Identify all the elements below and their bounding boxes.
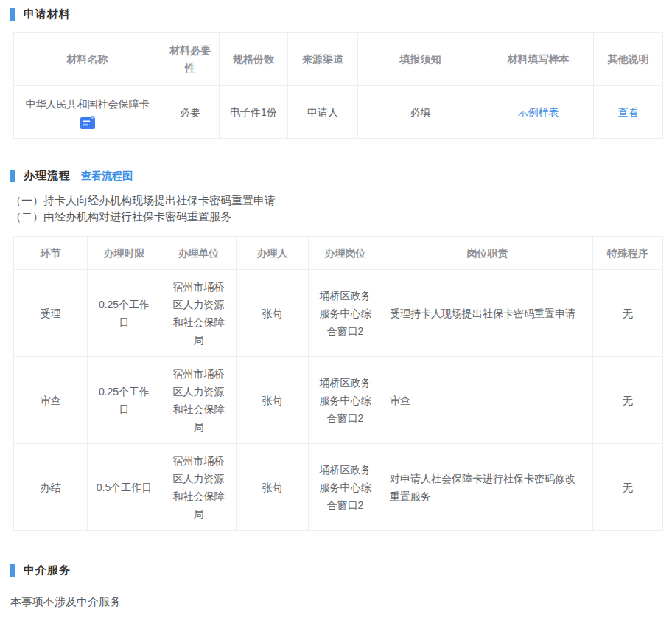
column-header-source: 来源渠道 [288, 33, 358, 86]
service-detail-page: 申请材料 材料名称 材料必要性 规格份数 来源渠道 填报须知 材料填写样本 其他… [0, 0, 672, 609]
position-cell: 埇桥区政务服务中心综合窗口2 [309, 270, 382, 357]
time-limit-cell: 0.25个工作日 [88, 357, 161, 444]
section-title-intermediary: 中介服务 [24, 563, 71, 577]
process-step-2: （二）由经办机构对进行社保卡密码重置服务 [10, 209, 662, 225]
section-process: 办理流程 查看流程图 （一）持卡人向经办机构现场提出社保卡密码重置申请 （二）由… [10, 169, 662, 531]
process-steps: （一）持卡人向经办机构现场提出社保卡密码重置申请 （二）由经办机构对进行社保卡密… [10, 192, 662, 225]
duty-cell: 审查 [382, 357, 593, 444]
column-header-necessity: 材料必要性 [161, 33, 220, 86]
time-limit-cell: 0.25个工作日 [88, 270, 161, 357]
unit-cell: 宿州市埇桥区人力资源和社会保障局 [161, 444, 237, 531]
special-cell: 无 [593, 444, 663, 531]
duty-cell: 对申请人社会保障卡进行社保卡密码修改重置服务 [382, 444, 593, 531]
section-materials: 申请材料 材料名称 材料必要性 规格份数 来源渠道 填报须知 材料填写样本 其他… [10, 7, 662, 139]
materials-header-row: 材料名称 材料必要性 规格份数 来源渠道 填报须知 材料填写样本 其他说明 [14, 33, 663, 86]
process-table: 环节 办理时限 办理单位 办理人 办理岗位 岗位职责 特殊程序 受理 0.25个… [13, 236, 663, 531]
column-header-time-limit: 办理时限 [88, 237, 161, 270]
duty-cell: 受理持卡人现场提出社保卡密码重置申请 [382, 270, 593, 357]
materials-table: 材料名称 材料必要性 规格份数 来源渠道 填报须知 材料填写样本 其他说明 中华… [13, 32, 663, 139]
card-icon[interactable] [80, 116, 95, 129]
material-name-text: 中华人民共和国社会保障卡 [26, 95, 150, 113]
unit-cell: 宿州市埇桥区人力资源和社会保障局 [161, 357, 237, 444]
special-cell: 无 [593, 357, 663, 444]
time-limit-cell: 0.5个工作日 [88, 444, 161, 531]
material-necessity: 必要 [161, 86, 220, 139]
material-source: 申请人 [288, 86, 358, 139]
column-header-special: 特殊程序 [593, 237, 663, 270]
process-table-row: 审查 0.25个工作日 宿州市埇桥区人力资源和社会保障局 张荀 埇桥区政务服务中… [14, 357, 663, 444]
column-header-handler: 办理人 [237, 237, 309, 270]
column-header-spec: 规格份数 [220, 33, 288, 86]
handler-cell: 张荀 [237, 270, 309, 357]
section-marker-bar [10, 170, 15, 182]
stage-cell: 办结 [14, 444, 88, 531]
intermediary-note: 本事项不涉及中介服务 [10, 595, 662, 609]
column-header-notice: 填报须知 [358, 33, 483, 86]
materials-table-row: 中华人民共和国社会保障卡 [14, 86, 663, 139]
material-notice: 必填 [358, 86, 483, 139]
section-marker-bar [10, 564, 15, 577]
other-view-link[interactable]: 查看 [618, 106, 639, 118]
special-cell: 无 [593, 270, 663, 357]
handler-cell: 张荀 [237, 444, 309, 531]
material-spec: 电子件1份 [220, 86, 288, 139]
stage-cell: 审查 [14, 357, 88, 444]
intermediary-section-header: 中介服务 [10, 563, 662, 577]
column-header-sample: 材料填写样本 [483, 33, 594, 86]
process-section-header: 办理流程 查看流程图 [10, 169, 662, 183]
view-flowchart-link[interactable]: 查看流程图 [81, 170, 133, 183]
sample-table-link[interactable]: 示例样表 [518, 106, 559, 118]
unit-cell: 宿州市埇桥区人力资源和社会保障局 [161, 270, 237, 357]
column-header-material-name: 材料名称 [14, 33, 161, 86]
section-intermediary: 中介服务 本事项不涉及中介服务 [10, 563, 662, 609]
process-table-row: 办结 0.5个工作日 宿州市埇桥区人力资源和社会保障局 张荀 埇桥区政务服务中心… [14, 444, 663, 531]
column-header-stage: 环节 [14, 237, 88, 270]
column-header-position: 办理岗位 [309, 237, 382, 270]
column-header-duty: 岗位职责 [382, 237, 593, 270]
column-header-other: 其他说明 [594, 33, 663, 86]
position-cell: 埇桥区政务服务中心综合窗口2 [309, 444, 382, 531]
section-marker-bar [10, 8, 15, 21]
handler-cell: 张荀 [237, 357, 309, 444]
process-table-row: 受理 0.25个工作日 宿州市埇桥区人力资源和社会保障局 张荀 埇桥区政务服务中… [14, 270, 663, 357]
process-step-1: （一）持卡人向经办机构现场提出社保卡密码重置申请 [10, 192, 662, 209]
position-cell: 埇桥区政务服务中心综合窗口2 [309, 357, 382, 444]
section-title-process: 办理流程 [24, 169, 71, 183]
section-title-materials: 申请材料 [24, 7, 71, 21]
process-header-row: 环节 办理时限 办理单位 办理人 办理岗位 岗位职责 特殊程序 [14, 237, 663, 270]
column-header-unit: 办理单位 [161, 237, 237, 270]
stage-cell: 受理 [14, 270, 88, 357]
materials-section-header: 申请材料 [10, 7, 662, 21]
